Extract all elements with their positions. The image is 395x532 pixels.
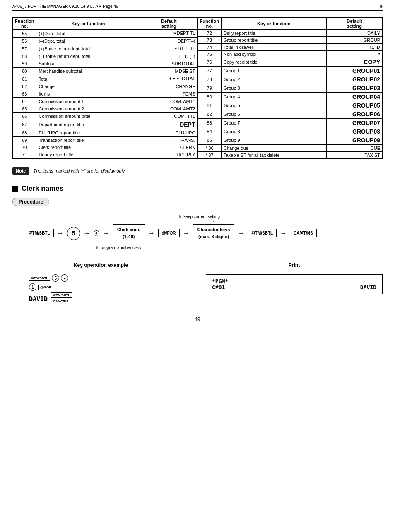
cell-no: 77 [198, 67, 221, 75]
cell-no: 78 [198, 75, 221, 84]
key-op-dot: ● [61, 274, 68, 282]
key-op-row1: #/TM/SBTL 5 ● [29, 274, 68, 282]
table-row: 75Non add symbol# [198, 51, 383, 58]
cell-setting: GROUP01 [326, 67, 382, 75]
table-row: 70Clerk report titleCLERK [13, 144, 198, 151]
cell-key: (–)Dept. total [36, 37, 140, 45]
procedure-badge: Procedure [12, 198, 383, 212]
print-david: DAVID [360, 284, 376, 290]
table-row: 66Commission amount totalCOM. TTL [13, 113, 198, 120]
cell-no: 76 [198, 58, 221, 67]
cell-no: 61 [13, 75, 36, 83]
key-op-title: Key operation example [12, 262, 189, 270]
table-row: 71Hourly report titleHOURLY [13, 151, 198, 158]
table-row: 60Merchandise subtotalMDSE ST [13, 67, 198, 75]
cell-setting: GROUP09 [326, 136, 382, 145]
key-op-row2: 1 @/FOR [29, 283, 53, 291]
cell-no: 57 [13, 45, 36, 53]
cell-setting: HOURLY [140, 151, 198, 158]
cell-no: 65 [13, 105, 36, 113]
col-fn-no-right: Functionno. [198, 18, 221, 30]
table-row: 67Department report titleDEPT [13, 120, 198, 129]
cell-setting: MDSE ST [140, 67, 198, 75]
cell-key: Transaction report title [36, 137, 140, 144]
cell-no: 68 [13, 129, 36, 137]
cell-key: Merchandise subtotal [36, 67, 140, 75]
cell-key: Group report title [221, 37, 326, 44]
arrow5: → [183, 230, 190, 237]
cell-key: Total [36, 75, 140, 83]
cell-setting: DEPT [140, 120, 198, 129]
note-label: Note [12, 167, 29, 175]
cell-setting: SUBTOTAL [140, 60, 198, 67]
key-op-content: #/TM/SBTL 5 ● 1 @/FOR DAVID #/TM/SBTL CA… [12, 274, 189, 304]
table-row: 63ItemsITEMS [13, 90, 198, 98]
cell-key: Group 1 [221, 67, 326, 75]
flow-step8: CA/AT/NS [290, 229, 316, 237]
cell-no: 58 [13, 53, 36, 60]
arrow4: → [148, 230, 155, 237]
cell-no: 80 [198, 93, 221, 101]
cell-no: 73 [198, 37, 221, 44]
key-op-section: Key operation example #/TM/SBTL 5 ● 1 @/… [12, 262, 189, 304]
cell-key: Group 6 [221, 110, 326, 119]
cell-no: 82 [198, 110, 221, 119]
flow-step7: #/TM/SBTL [248, 229, 277, 237]
table-row: 57(+)Bottle return dept. total✶BTTL TL [13, 45, 198, 53]
tables-wrapper: Functionno. Key or function Defaultsetti… [12, 17, 383, 159]
section-heading: Clerk names [12, 185, 383, 193]
arrow3: → [103, 230, 109, 237]
cell-no: 71 [13, 151, 36, 158]
cell-key: Taxable ST for all tax delete [221, 152, 326, 159]
cell-setting: GROUP04 [326, 93, 382, 101]
cell-no: 63 [13, 90, 36, 98]
note-text: The items marked with "*" are for displa… [33, 168, 125, 173]
cell-no: 67 [13, 120, 36, 129]
table-row: 74Total in drawerTL-ID [198, 44, 383, 51]
key-op-david: DAVID [29, 295, 48, 303]
key-op-for: @/FOR [38, 285, 53, 290]
cell-key: Group 2 [221, 75, 326, 84]
table-row: 72Daily report titleDAILY [198, 30, 383, 37]
cell-setting: CLERK [140, 144, 198, 151]
cell-setting: GROUP07 [326, 119, 382, 127]
cell-setting: ✶✶✶ TOTAL [140, 75, 198, 83]
cell-no: 69 [13, 137, 36, 144]
cell-no: 64 [13, 98, 36, 105]
table-row: 73Group report titleGROUP [198, 37, 383, 44]
cell-key: PLU/UPC report title [36, 129, 140, 137]
cell-setting: GROUP05 [326, 101, 382, 110]
table-row: * 87Taxable ST for all tax deleteTAX ST [198, 152, 383, 159]
cell-key: Department report title [36, 120, 140, 129]
cell-no: 72 [198, 30, 221, 37]
arrow7: → [280, 230, 287, 237]
flow-char-section: Character keys(max. 8 digits) ↓ [193, 224, 235, 242]
flow-diagram: To keep current setting #/TM/SBTL → 5 → … [21, 224, 383, 250]
table-row: 69Transaction report titleTRANS. [13, 137, 198, 144]
cell-no: 60 [13, 67, 36, 75]
cell-no: * 86 [198, 145, 221, 152]
cell-no: 56 [13, 37, 36, 45]
cell-key: Non add symbol [221, 51, 326, 58]
cell-setting: COM. AMT1 [140, 98, 198, 105]
cell-setting: ✶BTTL TL [140, 45, 198, 53]
page-header: A406_3 FOR THE MANAGER 09.10.14 9:03 AM … [12, 4, 383, 11]
cell-setting: ✶DEPT TL [140, 30, 198, 38]
cell-key: (+)Dept. total [36, 30, 140, 38]
table-row: 58(–)Bottle return dept. totalBTTL(–) [13, 53, 198, 60]
table-row: 76Copy receipt titleCOPY [198, 58, 383, 67]
cell-setting: CHANGE [140, 83, 198, 90]
col-key-left: Key or function [36, 18, 140, 30]
cell-setting: COM. TTL [140, 113, 198, 120]
cell-no: 74 [198, 44, 221, 51]
cell-key: Commission amount 2 [36, 105, 140, 113]
print-line1: *PGM* [212, 278, 376, 284]
col-key-right: Key or function [221, 18, 326, 30]
key-op-box1: #/TM/SBTL [29, 276, 50, 281]
table-row: 85Group 9GROUP09 [198, 136, 383, 145]
key-op-num1: 1 [29, 283, 36, 291]
cell-no: 70 [13, 144, 36, 151]
col-default-left: Defaultsetting [140, 18, 198, 30]
print-section: Print *PGM* C#01 DAVID [206, 262, 383, 304]
cell-setting: TAX ST [326, 152, 382, 159]
